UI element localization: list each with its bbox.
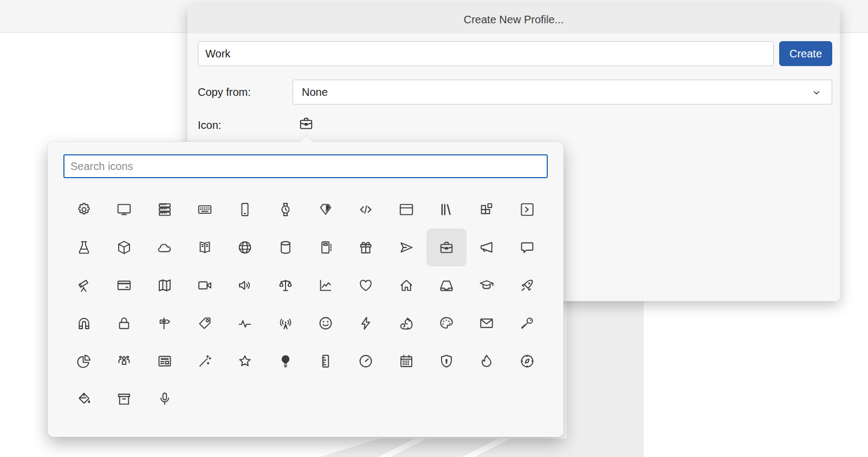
icon-option-library[interactable] xyxy=(426,191,467,228)
icon-option-database[interactable] xyxy=(265,228,306,266)
zap-icon xyxy=(358,315,374,331)
comment-icon xyxy=(519,239,535,256)
flame-icon xyxy=(478,353,495,369)
icon-option-watch[interactable] xyxy=(265,191,306,228)
icon-option-megaphone[interactable] xyxy=(467,228,507,266)
send-icon xyxy=(398,239,414,256)
icon-option-home[interactable] xyxy=(386,266,426,304)
icon-option-lightbulb[interactable] xyxy=(265,342,306,380)
selected-icon-preview[interactable] xyxy=(298,115,314,132)
mail-icon xyxy=(478,315,495,331)
icon-option-mortar-board[interactable] xyxy=(467,266,507,304)
icon-option-terminal[interactable] xyxy=(507,191,547,228)
copy-from-dropdown[interactable]: None xyxy=(293,80,832,105)
terminal-icon xyxy=(519,201,535,218)
icon-option-dashboard[interactable] xyxy=(346,342,386,380)
icon-option-broadcast[interactable] xyxy=(265,304,306,342)
library-icon xyxy=(438,201,455,218)
icon-option-server[interactable] xyxy=(145,191,185,228)
icon-option-map[interactable] xyxy=(145,266,185,304)
icon-option-extensions[interactable] xyxy=(467,191,507,228)
paint-palette-icon xyxy=(438,315,455,331)
icon-option-paint-palette[interactable] xyxy=(426,304,467,342)
icon-option-pie-chart[interactable] xyxy=(64,342,104,380)
icon-option-ruby[interactable] xyxy=(306,191,346,228)
milestone-icon xyxy=(157,315,173,331)
icon-option-zap[interactable] xyxy=(346,304,386,342)
icon-option-inbox[interactable] xyxy=(426,266,467,304)
icon-search-input[interactable] xyxy=(63,154,548,178)
icon-option-key[interactable] xyxy=(507,304,547,342)
icon-option-calendar[interactable] xyxy=(386,342,426,380)
icon-option-credit-card[interactable] xyxy=(104,266,144,304)
gift-icon xyxy=(358,239,374,256)
icon-option-shield[interactable] xyxy=(426,342,467,380)
icon-option-notebook[interactable] xyxy=(306,228,346,266)
icon-option-smiley[interactable] xyxy=(306,304,346,342)
icon-option-cloud[interactable] xyxy=(145,228,185,266)
profile-name-row: Create xyxy=(198,41,832,66)
icon-option-ruler[interactable] xyxy=(306,342,346,380)
magnet-icon xyxy=(76,315,92,331)
credit-card-icon xyxy=(116,277,132,293)
icon-option-mic[interactable] xyxy=(145,380,185,418)
icon-option-archive[interactable] xyxy=(104,380,144,418)
icon-option-wand[interactable] xyxy=(185,342,225,380)
icon-option-package[interactable] xyxy=(104,228,144,266)
icon-option-browser[interactable] xyxy=(386,191,426,228)
icon-option-keyboard[interactable] xyxy=(185,191,225,228)
megaphone-icon xyxy=(478,239,495,256)
database-icon xyxy=(277,239,294,256)
icon-option-unmute[interactable] xyxy=(225,266,265,304)
icon-option-vm[interactable] xyxy=(104,191,144,228)
icon-option-code[interactable] xyxy=(346,191,386,228)
icon-option-law[interactable] xyxy=(265,266,306,304)
ruler-icon xyxy=(318,353,334,369)
icon-option-tag[interactable] xyxy=(185,304,225,342)
paint-bucket-icon xyxy=(76,391,92,407)
ruby-icon xyxy=(318,201,334,218)
icon-option-send[interactable] xyxy=(386,228,426,266)
icon-option-magnet[interactable] xyxy=(64,304,104,342)
icon-option-organization[interactable] xyxy=(104,342,144,380)
code-icon xyxy=(358,201,374,218)
icon-option-device-camera-video[interactable] xyxy=(185,266,225,304)
icon-option-settings-gear[interactable] xyxy=(64,191,104,228)
smiley-icon xyxy=(318,315,334,331)
inbox-icon xyxy=(438,277,455,293)
icon-option-beaker[interactable] xyxy=(64,228,104,266)
icon-option-pulse[interactable] xyxy=(225,304,265,342)
icon-option-briefcase[interactable] xyxy=(426,228,467,266)
icon-option-device-mobile[interactable] xyxy=(225,191,265,228)
briefcase-icon xyxy=(438,239,455,256)
icon-option-preview[interactable] xyxy=(145,342,185,380)
icon-option-paint-bucket[interactable] xyxy=(64,380,104,418)
icon-option-telescope[interactable] xyxy=(64,266,104,304)
profile-name-input[interactable] xyxy=(198,41,774,66)
icon-option-graph-line[interactable] xyxy=(306,266,346,304)
shield-icon xyxy=(438,353,455,369)
icon-option-mail[interactable] xyxy=(467,304,507,342)
squirrel-icon xyxy=(398,315,414,331)
icon-option-lock[interactable] xyxy=(104,304,144,342)
settings-gear-icon xyxy=(76,201,92,218)
icon-option-gift[interactable] xyxy=(346,228,386,266)
archive-icon xyxy=(116,391,132,407)
server-icon xyxy=(157,201,173,218)
create-button[interactable]: Create xyxy=(779,41,832,66)
icon-option-flame[interactable] xyxy=(467,342,507,380)
icon-option-rocket[interactable] xyxy=(507,266,547,304)
dashboard-icon xyxy=(358,353,374,369)
icon-option-star[interactable] xyxy=(225,342,265,380)
icon-option-heart[interactable] xyxy=(346,266,386,304)
icon-option-milestone[interactable] xyxy=(145,304,185,342)
rocket-icon xyxy=(519,277,535,293)
preview-icon xyxy=(157,353,173,369)
icon-option-book[interactable] xyxy=(185,228,225,266)
icon-option-squirrel[interactable] xyxy=(386,304,426,342)
organization-icon xyxy=(116,353,132,369)
notebook-icon xyxy=(318,239,334,256)
icon-option-globe[interactable] xyxy=(225,228,265,266)
icon-option-compass[interactable] xyxy=(507,342,547,380)
icon-option-comment[interactable] xyxy=(507,228,547,266)
